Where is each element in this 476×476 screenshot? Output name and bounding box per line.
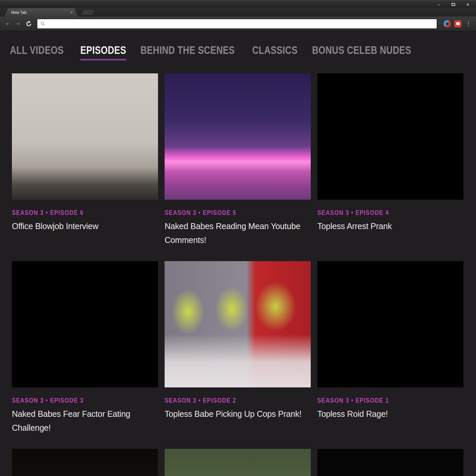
video-title[interactable]: Topless Roid Rage!: [317, 407, 463, 421]
window-controls: – ×: [433, 1, 473, 7]
category-nav: ALL VIDEOS EPISODES BEHIND THE SCENES CL…: [0, 43, 476, 60]
video-thumbnail[interactable]: [317, 449, 463, 476]
video-card: SEASON 3 • EPISODE 2 Topless Babe Pickin…: [165, 261, 311, 449]
tab-title: New Tab: [11, 10, 70, 15]
reload-icon: [25, 20, 32, 27]
video-thumbnail[interactable]: [165, 73, 311, 200]
browser-toolbar: [0, 17, 476, 31]
minimize-icon: –: [437, 2, 440, 7]
video-card: SEASON 3 • EPISODE 6 Office Blowjob Inte…: [12, 73, 158, 261]
browser-menu-button[interactable]: [464, 20, 473, 28]
video-card: SEASON 3 • EPISODE 3 Naked Babes Fear Fa…: [12, 261, 158, 449]
season-episode-label: SEASON 3 • EPISODE 3: [12, 396, 136, 404]
season-episode-label: SEASON 3 • EPISODE 6: [12, 209, 136, 217]
new-tab-button[interactable]: [81, 10, 95, 15]
reload-button[interactable]: [24, 20, 33, 28]
season-episode-label: SEASON 3 • EPISODE 2: [165, 396, 289, 404]
video-thumbnail[interactable]: [317, 261, 463, 387]
maximize-icon: [452, 3, 455, 6]
video-card: SEASON 3 • EPISODE 1 Topless Roid Rage!: [317, 261, 463, 449]
minimize-button[interactable]: –: [433, 1, 444, 7]
search-icon: [40, 21, 45, 26]
video-title[interactable]: Topless Babe Picking Up Cops Prank!: [165, 407, 311, 421]
maximize-button[interactable]: [448, 1, 459, 7]
video-thumbnail[interactable]: [165, 449, 311, 476]
nav-tab-classics[interactable]: CLASSICS: [252, 43, 298, 57]
video-title[interactable]: Topless Arrest Prank: [317, 219, 463, 233]
season-episode-label: SEASON 3 • EPISODE 4: [317, 209, 442, 217]
nav-tab-bonus-celeb-nudes[interactable]: BONUS CELEB NUDES: [312, 43, 411, 57]
arrow-left-icon: [4, 20, 11, 27]
nav-tab-episodes[interactable]: EPISODES: [80, 43, 126, 60]
video-thumbnail[interactable]: [317, 73, 463, 200]
tab-strip: New Tab ×: [0, 8, 476, 17]
arrow-right-icon: [15, 20, 21, 27]
extension-sync-button[interactable]: [443, 20, 452, 28]
video-title[interactable]: Office Blowjob Interview: [12, 219, 158, 233]
sync-circle-icon: [444, 20, 451, 27]
video-thumbnail[interactable]: [12, 449, 158, 476]
video-card: SEASON 3 • EPISODE 5 Naked Babes Reading…: [165, 73, 311, 261]
address-bar[interactable]: [37, 19, 437, 29]
kebab-menu-icon: [466, 21, 471, 26]
back-button[interactable]: [3, 20, 12, 28]
season-episode-label: SEASON 3 • EPISODE 1: [317, 396, 442, 404]
video-thumbnail[interactable]: [12, 261, 158, 387]
video-title[interactable]: Naked Babes Reading Mean Youtube Comment…: [165, 219, 311, 247]
video-card: [12, 449, 158, 476]
forward-button[interactable]: [14, 20, 22, 28]
video-card: [165, 449, 311, 476]
video-thumbnail[interactable]: [12, 73, 158, 200]
tab-close-button[interactable]: ×: [70, 11, 73, 15]
extension-recorder-button[interactable]: [454, 20, 462, 28]
recorder-icon: [454, 20, 461, 27]
address-input[interactable]: [47, 19, 434, 28]
video-grid: SEASON 3 • EPISODE 6 Office Blowjob Inte…: [0, 73, 476, 476]
video-thumbnail[interactable]: [165, 261, 311, 387]
video-card: SEASON 3 • EPISODE 4 Topless Arrest Pran…: [317, 73, 463, 261]
season-episode-label: SEASON 3 • EPISODE 5: [165, 209, 289, 217]
nav-tab-behind-the-scenes[interactable]: BEHIND THE SCENES: [140, 43, 235, 57]
browser-tab[interactable]: New Tab ×: [5, 8, 78, 17]
close-window-button[interactable]: ×: [462, 1, 473, 7]
video-title[interactable]: Naked Babes Fear Factor Eating Challenge…: [12, 407, 158, 435]
nav-tab-all-videos[interactable]: ALL VIDEOS: [10, 43, 64, 57]
page-content: ALL VIDEOS EPISODES BEHIND THE SCENES CL…: [0, 31, 476, 476]
close-icon: ×: [466, 2, 469, 7]
window-titlebar: – ×: [0, 0, 476, 8]
video-card: [317, 449, 463, 476]
